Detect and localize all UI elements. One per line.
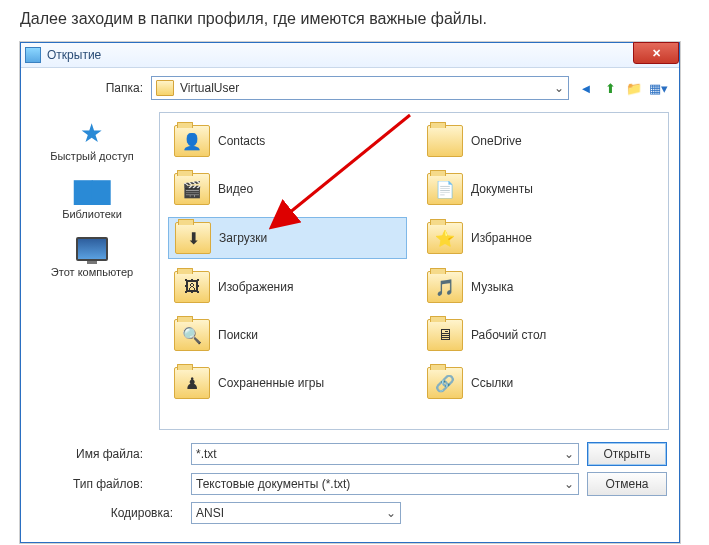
folder-item[interactable]: ⬇Загрузки <box>168 217 407 259</box>
folder-label: Contacts <box>218 134 265 148</box>
sidebar-quickaccess[interactable]: ★ Быстрый доступ <box>50 118 134 162</box>
folder-icon: ♟ <box>174 367 210 399</box>
folder-overlay-icon: ⬇ <box>187 229 200 248</box>
folder-label: Поиски <box>218 328 258 342</box>
sidebar-label: Быстрый доступ <box>50 150 134 162</box>
app-icon <box>25 47 41 63</box>
encoding-value: ANSI <box>196 506 224 520</box>
encoding-dropdown[interactable]: ANSI ⌄ <box>191 502 401 524</box>
folder-overlay-icon: 🎬 <box>182 180 202 199</box>
folder-icon: ⬇ <box>175 222 211 254</box>
cancel-button[interactable]: Отмена <box>587 472 667 496</box>
folder-item[interactable]: OneDrive <box>421 121 660 161</box>
folder-icon <box>156 80 174 96</box>
encoding-label: Кодировка: <box>33 506 173 520</box>
close-button[interactable]: ✕ <box>633 42 679 64</box>
folder-label: Музыка <box>471 280 513 294</box>
open-button[interactable]: Открыть <box>587 442 667 466</box>
sidebar-label: Этот компьютер <box>51 266 133 278</box>
folder-label: Загрузки <box>219 231 267 245</box>
dialog-bottom: Имя файла: *.txt ⌄ Открыть Тип файлов: Т… <box>21 436 679 542</box>
folder-overlay-icon: 👤 <box>182 132 202 151</box>
star-icon: ★ <box>80 118 103 149</box>
folder-overlay-icon: 🖼 <box>184 278 200 296</box>
folder-label: Ссылки <box>471 376 513 390</box>
folder-overlay-icon: 🎵 <box>435 278 455 297</box>
folder-icon: 📄 <box>427 173 463 205</box>
folder-icon <box>427 125 463 157</box>
file-list-pane: 👤ContactsOneDrive🎬Видео📄Документы⬇Загруз… <box>159 112 669 430</box>
dialog-title: Открытие <box>47 48 101 62</box>
folder-overlay-icon: 🔍 <box>182 326 202 345</box>
folder-icon: 🔗 <box>427 367 463 399</box>
folder-item[interactable]: 🎵Музыка <box>421 267 660 307</box>
sidebar-label: Библиотеки <box>62 208 122 220</box>
toolbar-icons: ◄ ⬆ 📁 ▦▾ <box>577 79 667 97</box>
up-icon[interactable]: ⬆ <box>601 79 619 97</box>
folder-item[interactable]: ♟Сохраненные игры <box>168 363 407 403</box>
folder-row: Папка: VirtualUser ⌄ ◄ ⬆ 📁 ▦▾ <box>21 68 679 106</box>
folder-label: Папка: <box>33 81 143 95</box>
filename-input[interactable]: *.txt ⌄ <box>191 443 579 465</box>
new-folder-icon[interactable]: 📁 <box>625 79 643 97</box>
sidebar-thispc[interactable]: Этот компьютер <box>51 234 133 278</box>
folder-icon: 🖥 <box>427 319 463 351</box>
places-sidebar: ★ Быстрый доступ ▇▇ Библиотеки Этот комп… <box>25 112 159 430</box>
chevron-down-icon: ⌄ <box>564 447 574 461</box>
folder-label: Документы <box>471 182 533 196</box>
folder-item[interactable]: 🔗Ссылки <box>421 363 660 403</box>
folder-item[interactable]: 🖥Рабочий стол <box>421 315 660 355</box>
folder-label: OneDrive <box>471 134 522 148</box>
folder-icon: ⭐ <box>427 222 463 254</box>
folder-label: Избранное <box>471 231 532 245</box>
chevron-down-icon: ⌄ <box>554 81 564 95</box>
folder-overlay-icon: 🖥 <box>437 326 453 344</box>
folder-label: Сохраненные игры <box>218 376 324 390</box>
filetype-value: Текстовые документы (*.txt) <box>196 477 350 491</box>
filename-label: Имя файла: <box>33 447 143 461</box>
folder-item[interactable]: 📄Документы <box>421 169 660 209</box>
folder-item[interactable]: 🖼Изображения <box>168 267 407 307</box>
folder-icon: 🎵 <box>427 271 463 303</box>
folder-item[interactable]: 🔍Поиски <box>168 315 407 355</box>
folder-overlay-icon: 📄 <box>435 180 455 199</box>
folder-item[interactable]: 🎬Видео <box>168 169 407 209</box>
folder-icon: 🎬 <box>174 173 210 205</box>
close-icon: ✕ <box>652 47 661 60</box>
folder-label: Видео <box>218 182 253 196</box>
folder-label: Рабочий стол <box>471 328 546 342</box>
folder-label: Изображения <box>218 280 293 294</box>
back-icon[interactable]: ◄ <box>577 79 595 97</box>
open-dialog: Открытие ✕ Папка: VirtualUser ⌄ ◄ ⬆ 📁 ▦▾… <box>20 42 680 543</box>
current-folder: VirtualUser <box>180 81 239 95</box>
folder-overlay-icon: 🔗 <box>435 374 455 393</box>
chevron-down-icon: ⌄ <box>386 506 396 520</box>
chevron-down-icon: ⌄ <box>564 477 574 491</box>
filetype-label: Тип файлов: <box>33 477 143 491</box>
folder-icon: 👤 <box>174 125 210 157</box>
folder-icon: 🔍 <box>174 319 210 351</box>
folder-overlay-icon: ♟ <box>185 374 199 393</box>
filetype-dropdown[interactable]: Текстовые документы (*.txt) ⌄ <box>191 473 579 495</box>
folder-item[interactable]: 👤Contacts <box>168 121 407 161</box>
folder-dropdown[interactable]: VirtualUser ⌄ <box>151 76 569 100</box>
folder-item[interactable]: ⭐Избранное <box>421 217 660 259</box>
filename-value: *.txt <box>196 447 217 461</box>
titlebar: Открытие ✕ <box>21 43 679 68</box>
sidebar-libraries[interactable]: ▇▇ Библиотеки <box>62 176 122 220</box>
view-menu-icon[interactable]: ▦▾ <box>649 79 667 97</box>
folder-overlay-icon: ⭐ <box>435 229 455 248</box>
folder-icon: 🖼 <box>174 271 210 303</box>
page-caption: Далее заходим в папки профиля, где имеют… <box>20 10 689 28</box>
libraries-icon: ▇▇ <box>74 177 110 205</box>
monitor-icon <box>76 237 108 261</box>
